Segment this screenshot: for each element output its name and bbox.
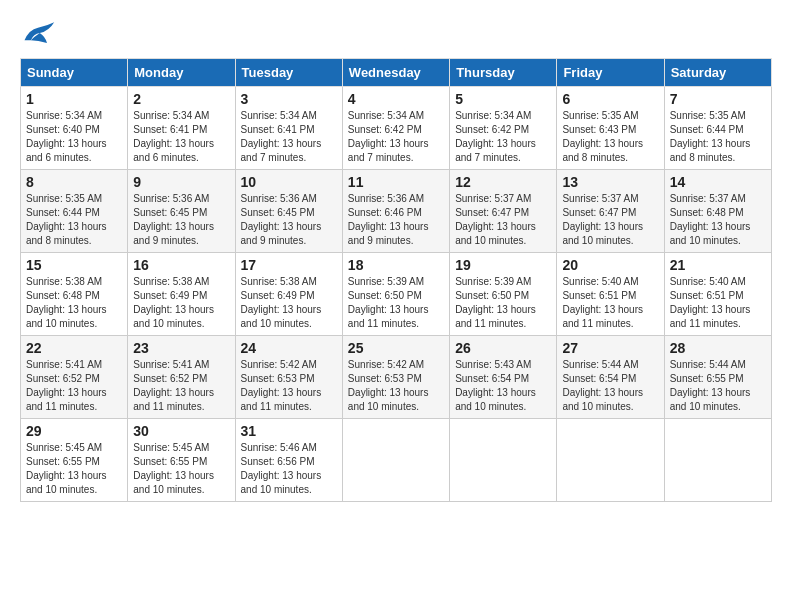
day-number: 11 [348, 174, 444, 190]
calendar-cell: 16Sunrise: 5:38 AM Sunset: 6:49 PM Dayli… [128, 253, 235, 336]
calendar-cell: 23Sunrise: 5:41 AM Sunset: 6:52 PM Dayli… [128, 336, 235, 419]
day-info: Sunrise: 5:37 AM Sunset: 6:47 PM Dayligh… [455, 192, 551, 248]
calendar-cell: 17Sunrise: 5:38 AM Sunset: 6:49 PM Dayli… [235, 253, 342, 336]
calendar-cell: 14Sunrise: 5:37 AM Sunset: 6:48 PM Dayli… [664, 170, 771, 253]
calendar-cell: 27Sunrise: 5:44 AM Sunset: 6:54 PM Dayli… [557, 336, 664, 419]
day-info: Sunrise: 5:37 AM Sunset: 6:47 PM Dayligh… [562, 192, 658, 248]
day-info: Sunrise: 5:46 AM Sunset: 6:56 PM Dayligh… [241, 441, 337, 497]
day-info: Sunrise: 5:38 AM Sunset: 6:49 PM Dayligh… [133, 275, 229, 331]
weekday-thursday: Thursday [450, 59, 557, 87]
calendar-cell: 24Sunrise: 5:42 AM Sunset: 6:53 PM Dayli… [235, 336, 342, 419]
day-info: Sunrise: 5:42 AM Sunset: 6:53 PM Dayligh… [348, 358, 444, 414]
day-number: 19 [455, 257, 551, 273]
calendar-cell: 8Sunrise: 5:35 AM Sunset: 6:44 PM Daylig… [21, 170, 128, 253]
calendar-cell [557, 419, 664, 502]
page-header [20, 20, 772, 48]
day-info: Sunrise: 5:40 AM Sunset: 6:51 PM Dayligh… [562, 275, 658, 331]
day-number: 5 [455, 91, 551, 107]
weekday-tuesday: Tuesday [235, 59, 342, 87]
day-info: Sunrise: 5:34 AM Sunset: 6:41 PM Dayligh… [241, 109, 337, 165]
day-number: 31 [241, 423, 337, 439]
day-info: Sunrise: 5:34 AM Sunset: 6:40 PM Dayligh… [26, 109, 122, 165]
day-number: 29 [26, 423, 122, 439]
day-info: Sunrise: 5:39 AM Sunset: 6:50 PM Dayligh… [348, 275, 444, 331]
day-number: 14 [670, 174, 766, 190]
day-number: 6 [562, 91, 658, 107]
day-info: Sunrise: 5:45 AM Sunset: 6:55 PM Dayligh… [26, 441, 122, 497]
day-number: 3 [241, 91, 337, 107]
weekday-header-row: SundayMondayTuesdayWednesdayThursdayFrid… [21, 59, 772, 87]
calendar-cell: 21Sunrise: 5:40 AM Sunset: 6:51 PM Dayli… [664, 253, 771, 336]
day-info: Sunrise: 5:43 AM Sunset: 6:54 PM Dayligh… [455, 358, 551, 414]
weekday-sunday: Sunday [21, 59, 128, 87]
day-number: 20 [562, 257, 658, 273]
day-number: 15 [26, 257, 122, 273]
day-number: 22 [26, 340, 122, 356]
day-number: 2 [133, 91, 229, 107]
day-number: 24 [241, 340, 337, 356]
day-number: 4 [348, 91, 444, 107]
day-info: Sunrise: 5:36 AM Sunset: 6:46 PM Dayligh… [348, 192, 444, 248]
calendar-week-5: 29Sunrise: 5:45 AM Sunset: 6:55 PM Dayli… [21, 419, 772, 502]
calendar-cell: 30Sunrise: 5:45 AM Sunset: 6:55 PM Dayli… [128, 419, 235, 502]
logo [20, 20, 60, 48]
day-info: Sunrise: 5:34 AM Sunset: 6:41 PM Dayligh… [133, 109, 229, 165]
calendar-cell [664, 419, 771, 502]
day-info: Sunrise: 5:39 AM Sunset: 6:50 PM Dayligh… [455, 275, 551, 331]
weekday-saturday: Saturday [664, 59, 771, 87]
day-info: Sunrise: 5:35 AM Sunset: 6:43 PM Dayligh… [562, 109, 658, 165]
calendar-body: 1Sunrise: 5:34 AM Sunset: 6:40 PM Daylig… [21, 87, 772, 502]
day-number: 18 [348, 257, 444, 273]
day-info: Sunrise: 5:37 AM Sunset: 6:48 PM Dayligh… [670, 192, 766, 248]
day-info: Sunrise: 5:45 AM Sunset: 6:55 PM Dayligh… [133, 441, 229, 497]
day-number: 27 [562, 340, 658, 356]
day-info: Sunrise: 5:34 AM Sunset: 6:42 PM Dayligh… [455, 109, 551, 165]
day-number: 25 [348, 340, 444, 356]
calendar-cell: 18Sunrise: 5:39 AM Sunset: 6:50 PM Dayli… [342, 253, 449, 336]
weekday-wednesday: Wednesday [342, 59, 449, 87]
day-info: Sunrise: 5:35 AM Sunset: 6:44 PM Dayligh… [670, 109, 766, 165]
day-number: 26 [455, 340, 551, 356]
weekday-friday: Friday [557, 59, 664, 87]
day-number: 7 [670, 91, 766, 107]
calendar-cell: 11Sunrise: 5:36 AM Sunset: 6:46 PM Dayli… [342, 170, 449, 253]
calendar-cell: 5Sunrise: 5:34 AM Sunset: 6:42 PM Daylig… [450, 87, 557, 170]
calendar-cell: 9Sunrise: 5:36 AM Sunset: 6:45 PM Daylig… [128, 170, 235, 253]
day-number: 9 [133, 174, 229, 190]
day-number: 12 [455, 174, 551, 190]
day-number: 10 [241, 174, 337, 190]
calendar-cell: 1Sunrise: 5:34 AM Sunset: 6:40 PM Daylig… [21, 87, 128, 170]
calendar-week-2: 8Sunrise: 5:35 AM Sunset: 6:44 PM Daylig… [21, 170, 772, 253]
day-info: Sunrise: 5:36 AM Sunset: 6:45 PM Dayligh… [133, 192, 229, 248]
calendar-cell: 7Sunrise: 5:35 AM Sunset: 6:44 PM Daylig… [664, 87, 771, 170]
calendar-cell: 13Sunrise: 5:37 AM Sunset: 6:47 PM Dayli… [557, 170, 664, 253]
day-info: Sunrise: 5:38 AM Sunset: 6:49 PM Dayligh… [241, 275, 337, 331]
calendar-cell: 12Sunrise: 5:37 AM Sunset: 6:47 PM Dayli… [450, 170, 557, 253]
calendar-cell: 26Sunrise: 5:43 AM Sunset: 6:54 PM Dayli… [450, 336, 557, 419]
calendar-cell: 15Sunrise: 5:38 AM Sunset: 6:48 PM Dayli… [21, 253, 128, 336]
day-number: 23 [133, 340, 229, 356]
calendar-cell: 20Sunrise: 5:40 AM Sunset: 6:51 PM Dayli… [557, 253, 664, 336]
calendar-cell: 4Sunrise: 5:34 AM Sunset: 6:42 PM Daylig… [342, 87, 449, 170]
calendar-cell [342, 419, 449, 502]
calendar-cell: 29Sunrise: 5:45 AM Sunset: 6:55 PM Dayli… [21, 419, 128, 502]
calendar-cell: 3Sunrise: 5:34 AM Sunset: 6:41 PM Daylig… [235, 87, 342, 170]
day-info: Sunrise: 5:38 AM Sunset: 6:48 PM Dayligh… [26, 275, 122, 331]
calendar-cell: 2Sunrise: 5:34 AM Sunset: 6:41 PM Daylig… [128, 87, 235, 170]
calendar-cell: 6Sunrise: 5:35 AM Sunset: 6:43 PM Daylig… [557, 87, 664, 170]
day-number: 1 [26, 91, 122, 107]
day-number: 28 [670, 340, 766, 356]
logo-bird-icon [20, 20, 56, 48]
day-number: 17 [241, 257, 337, 273]
calendar-cell: 31Sunrise: 5:46 AM Sunset: 6:56 PM Dayli… [235, 419, 342, 502]
day-number: 21 [670, 257, 766, 273]
day-info: Sunrise: 5:36 AM Sunset: 6:45 PM Dayligh… [241, 192, 337, 248]
calendar-cell: 10Sunrise: 5:36 AM Sunset: 6:45 PM Dayli… [235, 170, 342, 253]
calendar-week-4: 22Sunrise: 5:41 AM Sunset: 6:52 PM Dayli… [21, 336, 772, 419]
day-info: Sunrise: 5:34 AM Sunset: 6:42 PM Dayligh… [348, 109, 444, 165]
calendar-cell: 28Sunrise: 5:44 AM Sunset: 6:55 PM Dayli… [664, 336, 771, 419]
day-number: 16 [133, 257, 229, 273]
calendar-cell: 25Sunrise: 5:42 AM Sunset: 6:53 PM Dayli… [342, 336, 449, 419]
calendar-week-3: 15Sunrise: 5:38 AM Sunset: 6:48 PM Dayli… [21, 253, 772, 336]
weekday-monday: Monday [128, 59, 235, 87]
